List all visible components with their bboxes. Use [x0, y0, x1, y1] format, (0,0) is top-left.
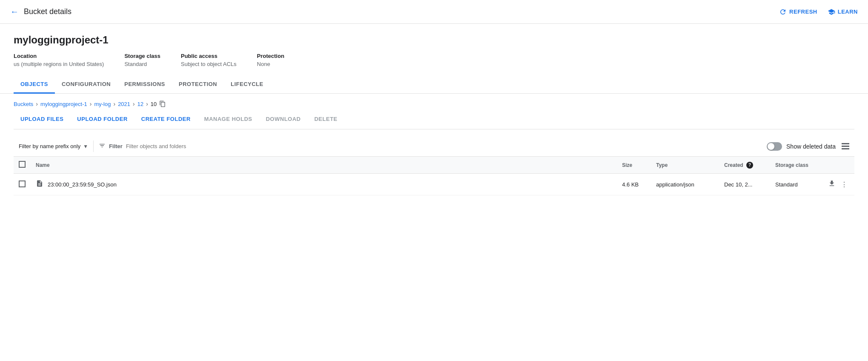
name-cell: 23:00:00_23:59:59_SO.json — [36, 180, 612, 189]
copy-icon — [159, 100, 166, 107]
filter-input[interactable] — [126, 143, 762, 149]
bucket-info-section: myloggingproject-1 Location us (multiple… — [0, 24, 868, 67]
filter-dropdown-label: Filter by name prefix only — [19, 143, 80, 149]
action-buttons-bar: UPLOAD FILES UPLOAD FOLDER CREATE FOLDER… — [14, 112, 854, 129]
upload-files-button[interactable]: UPLOAD FILES — [14, 112, 70, 126]
row-created: Dec 10, 2... — [719, 174, 770, 195]
upload-folder-button[interactable]: UPLOAD FOLDER — [70, 112, 134, 126]
storage-class-label: Storage class — [124, 53, 160, 59]
filter-input-area: Filter — [94, 140, 767, 153]
density-line-3 — [842, 148, 849, 149]
tab-lifecycle[interactable]: LIFECYCLE — [224, 76, 270, 94]
content-area: Buckets › myloggingproject-1 › my-log › … — [0, 94, 868, 202]
density-line-1 — [842, 143, 849, 144]
refresh-label: REFRESH — [789, 9, 817, 15]
toggle-thumb — [768, 143, 774, 150]
breadcrumb-2021[interactable]: 2021 — [118, 101, 130, 107]
breadcrumb-10: 10 — [151, 101, 157, 107]
density-line-2 — [842, 146, 849, 147]
meta-protection: Protection None — [257, 53, 284, 67]
density-button[interactable] — [840, 141, 851, 151]
protection-label: Protection — [257, 53, 284, 59]
row-actions: ⋮ — [826, 178, 849, 191]
header-actions — [821, 157, 854, 174]
chevron-down-icon: ▼ — [83, 143, 88, 149]
learn-button[interactable]: LEARN — [828, 8, 858, 16]
filter-label: Filter — [109, 143, 123, 149]
row-type: application/json — [651, 174, 719, 195]
filter-row: Filter by name prefix only ▼ Filter Show… — [14, 136, 854, 157]
bucket-meta: Location us (multiple regions in United … — [14, 53, 854, 67]
table-header: Name Size Type Created ? Storage class — [14, 157, 854, 174]
table-row: 23:00:00_23:59:59_SO.json 4.6 KB applica… — [14, 174, 854, 195]
show-deleted-label: Show deleted data — [786, 143, 836, 150]
created-help-icon[interactable]: ? — [746, 162, 753, 169]
learn-label: LEARN — [838, 9, 858, 15]
public-access-value: Subject to object ACLs — [181, 61, 237, 67]
delete-button[interactable]: DELETE — [308, 112, 344, 126]
back-button[interactable]: ← — [10, 7, 19, 17]
tab-permissions[interactable]: PERMISSIONS — [117, 76, 172, 94]
file-name[interactable]: 23:00:00_23:59:59_SO.json — [48, 181, 117, 188]
filter-dropdown[interactable]: Filter by name prefix only ▼ — [14, 140, 94, 152]
tab-protection[interactable]: PROTECTION — [172, 76, 224, 94]
row-checkbox-cell — [14, 174, 31, 195]
objects-table: Name Size Type Created ? Storage class — [14, 157, 854, 195]
row-actions-cell: ⋮ — [821, 174, 854, 195]
row-more-button[interactable]: ⋮ — [839, 179, 849, 190]
top-bar-left: ← Bucket details — [10, 7, 71, 17]
create-folder-button[interactable]: CREATE FOLDER — [134, 112, 197, 126]
meta-location: Location us (multiple regions in United … — [14, 53, 104, 67]
meta-public-access: Public access Subject to object ACLs — [181, 53, 237, 67]
protection-value: None — [257, 61, 284, 67]
top-bar: ← Bucket details REFRESH LEARN — [0, 0, 868, 24]
tabs-bar: OBJECTS CONFIGURATION PERMISSIONS PROTEC… — [0, 76, 868, 94]
header-created: Created ? — [719, 157, 770, 174]
top-bar-right: REFRESH LEARN — [779, 8, 858, 16]
learn-icon — [828, 8, 835, 16]
tab-objects[interactable]: OBJECTS — [14, 76, 55, 94]
header-storage-class: Storage class — [770, 157, 821, 174]
table-body: 23:00:00_23:59:59_SO.json 4.6 KB applica… — [14, 174, 854, 195]
breadcrumb-sep-1: › — [36, 100, 38, 107]
breadcrumb-sep-4: › — [133, 100, 135, 107]
header-checkbox-cell — [14, 157, 31, 174]
breadcrumb-12[interactable]: 12 — [137, 101, 143, 107]
meta-storage-class: Storage class Standard — [124, 53, 160, 67]
filter-icon — [99, 142, 106, 150]
show-deleted-toggle[interactable] — [767, 142, 782, 151]
bucket-name: myloggingproject-1 — [14, 34, 854, 46]
tab-configuration[interactable]: CONFIGURATION — [55, 76, 117, 94]
breadcrumb-sep-5: › — [146, 100, 148, 107]
breadcrumb-buckets[interactable]: Buckets — [14, 101, 33, 107]
location-value: us (multiple regions in United States) — [14, 61, 104, 67]
row-storage-class: Standard — [770, 174, 821, 195]
location-label: Location — [14, 53, 104, 59]
breadcrumb-sep-3: › — [113, 100, 115, 107]
show-deleted-area: Show deleted data — [767, 141, 854, 151]
breadcrumb-project[interactable]: myloggingproject-1 — [40, 101, 87, 107]
select-all-checkbox[interactable] — [19, 161, 26, 168]
breadcrumb: Buckets › myloggingproject-1 › my-log › … — [14, 100, 854, 107]
row-checkbox[interactable] — [19, 180, 26, 187]
file-icon — [36, 180, 43, 189]
header-size: Size — [617, 157, 651, 174]
row-name-cell: 23:00:00_23:59:59_SO.json — [31, 174, 617, 195]
copy-path-button[interactable] — [159, 100, 166, 107]
breadcrumb-mylog[interactable]: my-log — [94, 101, 111, 107]
breadcrumb-sep-2: › — [90, 100, 92, 107]
refresh-button[interactable]: REFRESH — [779, 8, 817, 16]
page-title: Bucket details — [24, 7, 71, 16]
storage-class-value: Standard — [124, 61, 160, 67]
header-name: Name — [31, 157, 617, 174]
row-download-button[interactable] — [826, 178, 837, 191]
row-size: 4.6 KB — [617, 174, 651, 195]
public-access-label: Public access — [181, 53, 237, 59]
refresh-icon — [779, 8, 787, 16]
download-button[interactable]: DOWNLOAD — [259, 112, 308, 126]
header-type: Type — [651, 157, 719, 174]
manage-holds-button[interactable]: MANAGE HOLDS — [197, 112, 259, 126]
